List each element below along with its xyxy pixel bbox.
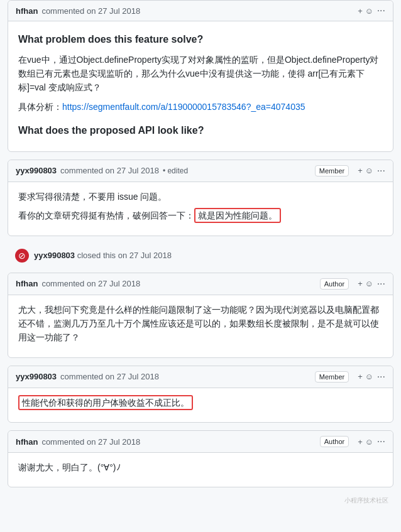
comment-4-highlight-para: 性能代价和获得的用户体验收益不成正比。	[18, 396, 383, 410]
comment-1-header: hfhan commented on 27 Jul 2018 + ☺ ···	[8, 1, 393, 21]
closed-event: ⊘ yyx990803 closed this on 27 Jul 2018	[8, 244, 393, 268]
comment-4-highlight: 性能代价和获得的用户体验收益不成正比。	[18, 395, 193, 410]
comment-3-actions: Author + ☺ ···	[320, 278, 385, 290]
comment-5-actions: Author + ☺ ···	[320, 436, 385, 447]
comment-2-line2-prefix: 看你的文章研究得挺有热情，破例回答一下：	[18, 210, 194, 220]
comment-2-badge: Member	[315, 165, 349, 176]
comment-3-body: 尤大，我想问下究竟是什么样的性能问题限制了这一功能呢？因为现代浏览器以及电脑配置…	[8, 295, 393, 357]
add-reaction-3[interactable]: + ☺	[358, 279, 373, 288]
comment-1-timestamp: commented on 27 Jul 2018	[41, 6, 140, 16]
comment-3-timestamp: commented on 27 Jul 2018	[41, 279, 140, 288]
add-reaction-4[interactable]: + ☺	[358, 372, 373, 381]
comment-2-timestamp: commented on 27 Jul 2018	[60, 166, 159, 175]
comment-1-username[interactable]: hfhan	[16, 6, 38, 16]
comment-4-badge: Member	[315, 371, 349, 383]
add-reaction-1[interactable]: + ☺	[358, 6, 373, 16]
comment-5-timestamp: commented on 27 Jul 2018	[41, 437, 140, 447]
comment-1: hfhan commented on 27 Jul 2018 + ☺ ··· W…	[8, 0, 393, 152]
comment-5-header: hfhan commented on 27 Jul 2018 Author + …	[8, 431, 393, 453]
comment-4-body: 性能代价和获得的用户体验收益不成正比。	[8, 388, 393, 422]
comment-1-body: What problem does this feature solve? 在v…	[8, 21, 393, 151]
comment-5-username[interactable]: hfhan	[16, 437, 38, 447]
comment-2-line2-highlight: 就是因为性能问题。	[194, 208, 281, 223]
comment-4-username[interactable]: yyx990803	[16, 372, 57, 381]
comment-2-line2: 看你的文章研究得挺有热情，破例回答一下：就是因为性能问题。	[18, 209, 383, 222]
comment-1-link[interactable]: https://segmentfault.com/a/1190000015783…	[62, 102, 305, 112]
comment-5-badge: Author	[320, 436, 349, 447]
comment-2-actions: Member + ☺ ···	[315, 165, 385, 176]
comment-4-actions: Member + ☺ ···	[315, 371, 385, 383]
comment-4-timestamp: commented on 27 Jul 2018	[60, 372, 159, 381]
comment-3: hfhan commented on 27 Jul 2018 Author + …	[8, 273, 393, 358]
comment-4: yyx990803 commented on 27 Jul 2018 Membe…	[8, 366, 393, 423]
closed-icon: ⊘	[15, 249, 29, 263]
comment-2: yyx990803 commented on 27 Jul 2018 • edi…	[8, 160, 393, 236]
more-options-5[interactable]: ···	[377, 437, 385, 447]
add-reaction-5[interactable]: + ☺	[358, 437, 373, 447]
add-reaction-2[interactable]: + ☺	[358, 166, 373, 175]
closed-event-username[interactable]: yyx990803	[34, 251, 75, 260]
more-options-4[interactable]: ···	[377, 372, 385, 382]
more-options-2[interactable]: ···	[377, 166, 385, 176]
comment-5-body: 谢谢尤大，明白了。(°∀°)ﾉ	[8, 453, 393, 487]
watermark: 小程序技术社区	[0, 495, 393, 506]
comment-1-actions: + ☺ ···	[358, 6, 385, 16]
comment-4-header: yyx990803 commented on 27 Jul 2018 Membe…	[8, 366, 393, 388]
comment-1-heading1: What problem does this feature solve?	[18, 31, 383, 48]
comment-3-header: hfhan commented on 27 Jul 2018 Author + …	[8, 273, 393, 295]
more-options-1[interactable]: ···	[377, 6, 385, 16]
comment-5-text: 谢谢尤大，明白了。(°∀°)ﾉ	[18, 460, 383, 474]
more-options-3[interactable]: ···	[377, 279, 385, 289]
comment-3-text: 尤大，我想问下究竟是什么样的性能问题限制了这一功能呢？因为现代浏览器以及电脑配置…	[18, 303, 383, 345]
comment-2-line1: 要求写得很清楚，不要用 issue 问题。	[18, 190, 383, 204]
comment-2-edited: • edited	[163, 166, 188, 175]
comment-2-body: 要求写得很清楚，不要用 issue 问题。 看你的文章研究得挺有热情，破例回答一…	[8, 182, 393, 236]
comment-2-username[interactable]: yyx990803	[16, 166, 57, 175]
comment-2-header: yyx990803 commented on 27 Jul 2018 • edi…	[8, 160, 393, 182]
comment-5: hfhan commented on 27 Jul 2018 Author + …	[8, 430, 393, 487]
comment-1-heading2: What does the proposed API look like?	[18, 122, 383, 139]
comment-3-badge: Author	[320, 278, 349, 290]
closed-event-text: yyx990803 closed this on 27 Jul 2018	[34, 251, 172, 260]
comment-1-para1: 在vue中，通过Object.defineProperty实现了对对象属性的监听…	[18, 53, 383, 95]
comment-3-username[interactable]: hfhan	[16, 279, 38, 288]
comment-1-link-para: 具体分析：https://segmentfault.com/a/11900000…	[18, 100, 383, 114]
